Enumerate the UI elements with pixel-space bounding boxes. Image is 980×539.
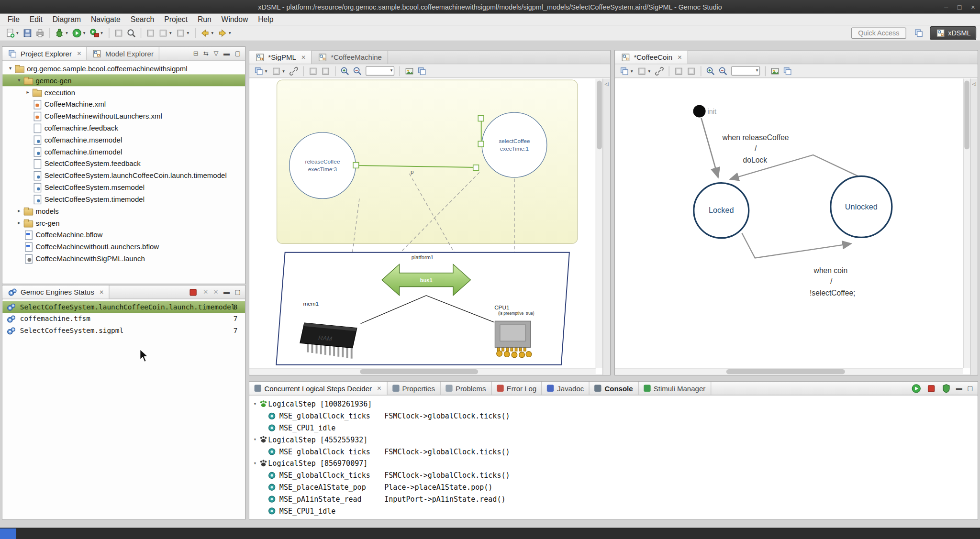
open-perspective-icon[interactable] — [913, 27, 925, 39]
tab-properties[interactable]: Properties — [387, 382, 441, 395]
mse-row-mse-globalclock-ticks[interactable]: MSE_globalClock_ticksFSMClock->globalClo… — [249, 410, 978, 422]
scrollbar-thumb[interactable] — [597, 80, 601, 149]
zoom-in-icon[interactable] — [704, 65, 717, 77]
initial-state[interactable] — [693, 105, 705, 117]
menu-search[interactable]: Search — [125, 14, 159, 26]
zoom-out-icon[interactable] — [351, 65, 364, 77]
collapse-all-icon[interactable]: ⊟ — [193, 50, 199, 56]
initial-transition[interactable] — [701, 118, 718, 177]
align-icon[interactable] — [672, 65, 685, 77]
filters-dropdown[interactable]: ▾ — [282, 68, 287, 73]
link-with-editor-icon[interactable] — [288, 65, 300, 77]
tab-console[interactable]: Console — [590, 382, 638, 395]
print-icon[interactable] — [34, 27, 46, 39]
forward-icon[interactable] — [216, 27, 229, 39]
horizontal-scrollbar[interactable] — [615, 368, 963, 374]
expander-icon[interactable]: ▸ — [15, 208, 23, 214]
debug-dropdown[interactable]: ▾ — [66, 31, 70, 35]
arrange-icon[interactable] — [253, 65, 265, 77]
arrange-dropdown[interactable]: ▾ — [265, 68, 270, 73]
tab-sigpml[interactable]: *SigPML ✕ — [249, 51, 312, 64]
save-icon[interactable] — [21, 27, 33, 39]
debug-icon[interactable] — [53, 27, 66, 39]
perspective-button-xdsml[interactable]: xDSML — [930, 26, 976, 40]
stop-engine-icon[interactable] — [188, 287, 198, 297]
menu-help[interactable]: Help — [253, 14, 278, 26]
run-dropdown[interactable]: ▾ — [83, 31, 88, 35]
distribute-icon[interactable] — [685, 65, 698, 77]
engine-row-selectcoffeesystem-sigpml[interactable]: SelectCoffeeSystem.sigpml7 — [2, 325, 245, 337]
tab-project-explorer[interactable]: Project Explorer ✕ — [2, 47, 87, 60]
search-icon[interactable] — [125, 27, 137, 39]
window-minimize-button[interactable]: – — [944, 3, 948, 11]
mse-row-mse-globalclock-ticks[interactable]: MSE_globalClock_ticksFSMClock->globalClo… — [249, 445, 978, 457]
close-icon[interactable]: ✕ — [99, 289, 104, 295]
run-icon[interactable] — [71, 27, 83, 39]
external-tools-icon[interactable] — [88, 27, 100, 39]
tree-item-coffeemachine-bflow[interactable]: CoffeeMachine.bflow — [2, 229, 245, 241]
vertical-scrollbar[interactable] — [596, 79, 602, 368]
tab-javadoc[interactable]: Javadoc — [542, 382, 590, 395]
tab-error-log[interactable]: Error Log — [491, 382, 542, 395]
back-dropdown[interactable]: ▾ — [211, 31, 216, 35]
expander-icon[interactable]: ▾ — [6, 66, 14, 71]
grid-icon[interactable] — [781, 65, 794, 77]
expander-icon[interactable]: ▸ — [24, 89, 32, 95]
tree-item-coffeemachinewithoutlaunchers-xml[interactable]: CoffeeMachinewithoutLaunchers.xml — [2, 110, 245, 122]
coverage-icon[interactable] — [112, 27, 125, 39]
zoom-level-combo[interactable]: ▾ — [731, 66, 760, 76]
tree-item-selectcoffeesystem-feedback[interactable]: SelectCoffeeSystem.feedback — [2, 157, 245, 169]
tree-item-org-gemoc-sample-bcool-coffeemachinewithsigpml[interactable]: ▾org.gemoc.sample.bcool.coffeemachinewit… — [2, 63, 245, 75]
align-icon[interactable] — [307, 65, 319, 77]
menu-diagram[interactable]: Diagram — [47, 14, 86, 26]
vertical-scrollbar[interactable] — [963, 79, 970, 368]
next-annotation-icon[interactable] — [174, 27, 187, 39]
tree-item-gemoc-gen[interactable]: ▾gemoc-gen — [2, 74, 245, 86]
minimize-view-icon[interactable]: ▬ — [223, 288, 230, 295]
expander-icon[interactable]: ▾ — [15, 77, 23, 83]
engine-row-selectcoffeesystem-launchcoffeecoin-launch-timemodel[interactable]: SelectCoffeeSystem.launchCoffeeCoin.laun… — [2, 301, 245, 313]
forward-dropdown[interactable]: ▾ — [229, 31, 234, 35]
new-model-icon[interactable] — [145, 27, 157, 39]
tab-model-explorer[interactable]: Model Explorer — [87, 47, 159, 60]
logical-step-logicalstep-856970097[interactable]: ▾LogicalStep [856970097] — [249, 457, 978, 469]
expander-icon[interactable]: ▾ — [251, 401, 259, 407]
zoom-level-combo[interactable]: ▾ — [366, 66, 394, 76]
palette-toggle[interactable]: ◁ — [970, 79, 978, 375]
tab-gemoc-engines-status[interactable]: Gemoc Engines Status ✕ — [2, 286, 110, 298]
tree-item-coffemachine-feedback[interactable]: coffemachine.feedback — [2, 122, 245, 134]
minimize-view-icon[interactable]: ▬ — [956, 385, 962, 392]
export-image-icon[interactable] — [403, 65, 415, 77]
coffeecoin-canvas[interactable]: init Locked Unlocked when releaseCoffee … — [615, 79, 963, 368]
sigpml-canvas[interactable]: releaseCoffee execTime:3 selectCoffee ex… — [249, 79, 596, 368]
dispose-engine-icon[interactable]: ✕ — [203, 288, 208, 295]
close-icon[interactable]: ✕ — [301, 54, 306, 60]
menu-file[interactable]: File — [2, 14, 24, 26]
zoom-in-icon[interactable] — [339, 65, 351, 77]
run-decider-icon[interactable] — [911, 383, 921, 393]
tree-item-selectcoffeesystem-launchcoffeecoin-launch-timemodel[interactable]: SelectCoffeeSystem.launchCoffeeCoin.laun… — [2, 169, 245, 181]
expander-icon[interactable]: ▾ — [251, 437, 259, 442]
scrollbar-thumb[interactable] — [964, 80, 969, 149]
arrange-icon[interactable] — [618, 65, 631, 77]
grid-icon[interactable] — [416, 65, 428, 77]
quick-access-input[interactable]: Quick Access — [851, 27, 906, 39]
mse-row-mse-pa1instate-read[interactable]: MSE_pA1inState_readInputPort->pA1inState… — [249, 493, 978, 505]
maximize-view-icon[interactable]: ▢ — [235, 288, 241, 295]
menu-run[interactable]: Run — [192, 14, 216, 26]
tree-item-coffeemachinewithoutlaunchers-bflow[interactable]: CoffeeMachinewithoutLaunchers.bflow — [2, 241, 245, 253]
zoom-out-icon[interactable] — [717, 65, 729, 77]
next-annotation-dropdown[interactable]: ▾ — [187, 31, 192, 35]
menu-window[interactable]: Window — [216, 14, 253, 26]
decider-mode-icon[interactable] — [941, 383, 951, 393]
close-icon[interactable]: ✕ — [77, 50, 81, 56]
view-menu-icon[interactable]: ▽ — [213, 50, 218, 56]
filters-icon[interactable] — [635, 65, 648, 77]
tree-item-selectcoffeesystem-msemodel[interactable]: SelectCoffeeSystem.msemodel — [2, 181, 245, 193]
filters-dropdown[interactable]: ▾ — [648, 68, 653, 73]
tree-item-selectcoffeesystem-timemodel[interactable]: SelectCoffeeSystem.timemodel — [2, 193, 245, 205]
minimize-view-icon[interactable]: ▬ — [223, 50, 230, 56]
window-maximize-button[interactable]: □ — [958, 3, 962, 11]
new-wizard-dropdown[interactable]: ▾ — [16, 31, 21, 35]
expander-icon[interactable]: ▸ — [15, 220, 23, 226]
